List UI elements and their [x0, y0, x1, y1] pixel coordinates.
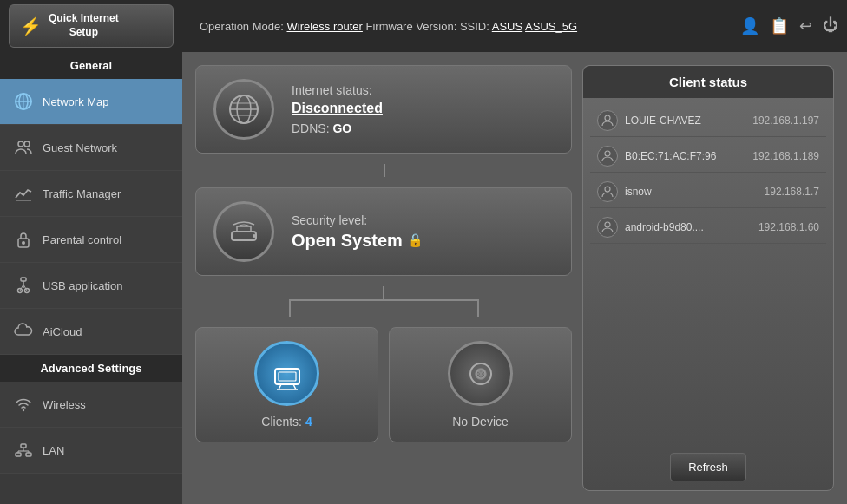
sidebar-item-usb-application[interactable]: USB application — [0, 263, 182, 309]
client-name: LOUIE-CHAVEZ — [625, 115, 745, 127]
ssid-value2[interactable]: ASUS_5G — [525, 20, 577, 33]
main-layout: General Network Map — [0, 52, 847, 504]
quick-setup-label: Quick Internet Setup — [49, 12, 119, 39]
lan-label: LAN — [43, 444, 64, 457]
no-device-label: No Device — [452, 415, 509, 429]
client-name: isnow — [625, 186, 758, 198]
setup-icon: ⚡ — [20, 16, 42, 36]
wireless-label: Wireless — [43, 398, 86, 411]
internet-card[interactable]: Internet status: Disconnected DDNS: GO — [195, 65, 572, 154]
svg-point-44 — [605, 187, 610, 192]
client-row[interactable]: B0:EC:71:AC:F7:96 192.168.1.189 — [590, 141, 826, 173]
client-ip: 192.168.1.197 — [752, 115, 819, 127]
network-map-label: Network Map — [43, 95, 109, 108]
parental-control-label: Parental control — [43, 233, 121, 246]
sidebar-item-traffic-manager[interactable]: Traffic Manager — [0, 171, 182, 217]
ssid-value1[interactable]: ASUS — [492, 20, 522, 33]
client-row[interactable]: LOUIE-CHAVEZ 192.168.1.197 — [590, 105, 826, 137]
client-status-panel: Client status LOUIE-CHAVEZ 192.168.1.197 — [582, 65, 834, 491]
traffic-manager-label: Traffic Manager — [43, 187, 121, 200]
firmware-label: Firmware Version: — [366, 20, 457, 33]
operation-mode-label: Operation Mode: — [200, 20, 284, 33]
refresh-button[interactable]: Refresh — [670, 453, 746, 481]
guest-network-label: Guest Network — [43, 141, 117, 154]
client-avatar — [597, 110, 618, 131]
svg-rect-17 — [26, 453, 31, 456]
client-avatar — [597, 217, 618, 238]
svg-rect-34 — [279, 372, 296, 381]
internet-status-value[interactable]: Disconnected — [292, 101, 383, 116]
sidebar-item-network-map[interactable]: Network Map — [0, 79, 182, 125]
power-icon[interactable]: ⏻ — [823, 16, 838, 36]
client-row[interactable]: isnow 192.168.1.7 — [590, 176, 826, 208]
lock-icon: 🔓 — [408, 233, 423, 247]
client-row[interactable]: android-b9d80.... 192.168.1.60 — [590, 212, 826, 244]
sidebar-item-guest-network[interactable]: Guest Network — [0, 125, 182, 171]
router-card[interactable]: Security level: Open System 🔓 — [195, 187, 572, 276]
top-info: Operation Mode: Wireless router Firmware… — [182, 20, 732, 33]
content-area: Internet status: Disconnected DDNS: GO — [182, 52, 847, 504]
advanced-settings-label: Advanced Settings — [0, 355, 182, 382]
user-icon[interactable]: 👤 — [740, 16, 759, 36]
security-level-label: Security level: — [292, 213, 423, 227]
svg-point-15 — [23, 409, 24, 411]
network-map-icon — [13, 91, 34, 112]
top-bar: ⚡ Quick Internet Setup Operation Mode: W… — [0, 0, 847, 52]
svg-rect-18 — [21, 444, 26, 448]
sidebar: General Network Map — [0, 52, 182, 504]
operation-mode-value[interactable]: Wireless router — [286, 20, 362, 33]
client-avatar — [597, 146, 618, 167]
sidebar-item-parental-control[interactable]: Parental control — [0, 217, 182, 263]
router-icon-circle — [213, 201, 274, 262]
usb-application-label: USB application — [43, 279, 123, 292]
svg-point-42 — [605, 115, 610, 121]
security-value-row: Open System 🔓 — [292, 231, 423, 251]
client-ip: 192.168.1.189 — [752, 150, 819, 162]
aicloud-label: AiCloud — [43, 325, 82, 338]
internet-info: Internet status: Disconnected DDNS: GO — [292, 83, 383, 135]
bottom-cards-row: Clients: 4 — [195, 327, 572, 442]
clients-label-row: Clients: 4 — [261, 415, 312, 429]
sidebar-item-wireless[interactable]: Wireless — [0, 382, 182, 428]
copy-icon[interactable]: 📋 — [770, 16, 789, 36]
client-ip: 192.168.1.7 — [765, 186, 819, 198]
security-value: Open System — [292, 231, 403, 251]
svg-rect-9 — [21, 278, 26, 281]
ddns-row: DDNS: GO — [292, 121, 383, 135]
client-name: B0:EC:71:AC:F7:96 — [625, 150, 745, 162]
svg-point-41 — [483, 373, 484, 375]
sidebar-item-lan[interactable]: LAN — [0, 428, 182, 474]
ssid-label: SSID: — [460, 20, 489, 33]
no-device-card[interactable]: No Device — [389, 327, 572, 442]
quick-setup-button[interactable]: ⚡ Quick Internet Setup — [9, 4, 174, 48]
svg-point-4 — [18, 141, 23, 147]
parental-control-icon — [13, 229, 34, 250]
clients-count: 4 — [305, 415, 312, 429]
usb-icon — [13, 275, 34, 296]
sidebar-item-aicloud[interactable]: AiCloud — [0, 309, 182, 355]
client-ip: 192.168.1.60 — [758, 221, 819, 233]
guest-network-icon — [13, 137, 34, 158]
client-status-title: Client status — [583, 66, 833, 98]
svg-rect-16 — [16, 453, 21, 456]
wireless-icon — [13, 394, 34, 415]
clients-card[interactable]: Clients: 4 — [195, 327, 378, 442]
ddns-link[interactable]: GO — [332, 121, 351, 135]
svg-point-40 — [477, 373, 479, 375]
client-avatar — [597, 181, 618, 202]
top-icons: 👤 📋 ↩ ⏻ — [740, 16, 838, 36]
network-map-area: Internet status: Disconnected DDNS: GO — [195, 65, 572, 491]
svg-point-45 — [605, 222, 610, 227]
internet-status-label: Internet status: — [292, 83, 383, 97]
tree-connector — [195, 286, 572, 317]
clients-icon — [254, 341, 319, 406]
svg-point-43 — [605, 151, 610, 156]
back-icon[interactable]: ↩ — [799, 16, 812, 36]
svg-point-5 — [24, 141, 30, 147]
router-info: Security level: Open System 🔓 — [292, 213, 423, 251]
client-list: LOUIE-CHAVEZ 192.168.1.197 B0:EC:71:AC:F… — [583, 98, 833, 444]
general-section-label: General — [0, 52, 182, 79]
svg-rect-28 — [232, 232, 256, 240]
internet-icon-circle — [213, 79, 274, 140]
lan-icon — [13, 440, 34, 461]
